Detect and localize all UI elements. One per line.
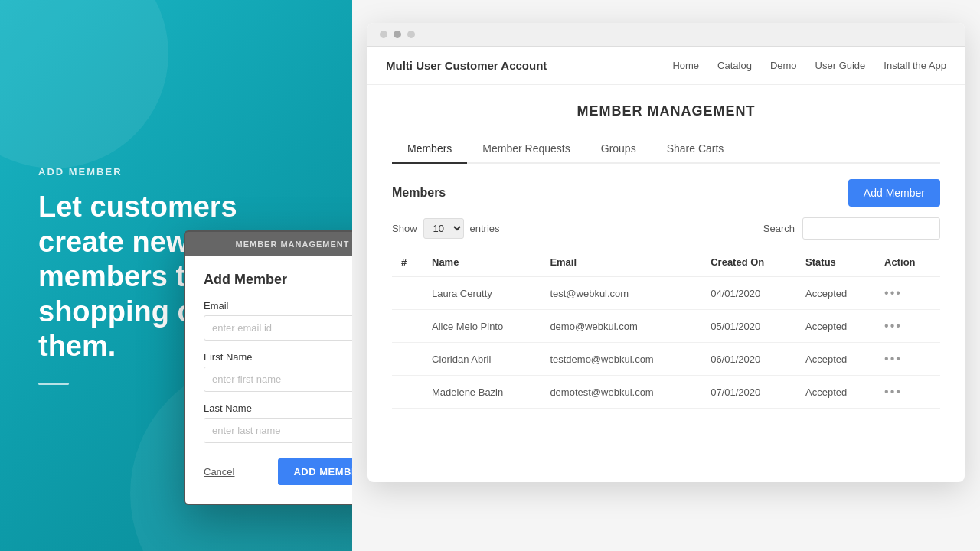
col-status: Status <box>796 249 875 276</box>
page-title: MEMBER MANAGEMENT <box>392 103 940 119</box>
action-dots-icon[interactable]: ••• <box>884 352 902 365</box>
entries-select[interactable]: 10 25 50 <box>423 218 464 239</box>
action-dots-icon[interactable]: ••• <box>884 286 902 299</box>
cell-name: Laura Cerutty <box>423 276 541 310</box>
table-row: Madelene Bazin demotest@webkul.com 07/01… <box>392 376 940 409</box>
nav-install-app[interactable]: Install the App <box>884 60 946 71</box>
table-header: # Name Email Created On Status Action <box>392 249 940 276</box>
members-table: # Name Email Created On Status Action La… <box>392 249 940 409</box>
cell-email: testdemo@webkul.com <box>541 343 701 376</box>
tab-groups[interactable]: Groups <box>586 135 652 164</box>
cell-action[interactable]: ••• <box>875 343 940 376</box>
nav-catalog[interactable]: Catalog <box>717 60 752 71</box>
app-logo: Multi User Customer Account <box>386 59 547 72</box>
app-header: Multi User Customer Account Home Catalog… <box>368 47 965 85</box>
cell-action[interactable]: ••• <box>875 276 940 310</box>
tab-members[interactable]: Members <box>392 135 467 164</box>
modal-actions: Cancel ADD MEMBER <box>204 458 352 485</box>
cell-name: Cloridan Abril <box>423 343 541 376</box>
table-controls: Show 10 25 50 entries Search <box>392 217 940 240</box>
add-member-label: ADD MEMBER <box>38 166 314 178</box>
col-num: # <box>392 249 423 276</box>
modal-header-title: MEMBER MANAGEMENT <box>236 240 350 249</box>
browser-dot-2 <box>394 31 401 38</box>
search-area: Search <box>763 217 940 240</box>
cell-name: Madelene Bazin <box>423 376 541 409</box>
modal-backdrop: MEMBER MANAGEMENT ✕ Add Member Email Fir… <box>184 230 352 505</box>
add-member-main-button[interactable]: Add Member <box>848 179 940 207</box>
cell-status: Accepted <box>796 276 875 310</box>
first-name-label: First Name <box>204 351 352 363</box>
show-entries: Show 10 25 50 entries <box>392 218 500 239</box>
col-email: Email <box>541 249 701 276</box>
last-name-label: Last Name <box>204 403 352 414</box>
search-label: Search <box>763 223 795 234</box>
last-name-group: Last Name <box>204 403 352 443</box>
cell-created: 06/01/2020 <box>701 343 796 376</box>
cell-status: Accepted <box>796 310 875 343</box>
members-section-title: Members <box>392 186 446 200</box>
entries-label: entries <box>470 223 500 234</box>
cancel-button[interactable]: Cancel <box>204 466 234 478</box>
cell-num <box>392 376 423 409</box>
email-input[interactable] <box>204 315 352 341</box>
table-row: Laura Cerutty test@webkul.com 04/01/2020… <box>392 276 940 310</box>
tab-member-requests[interactable]: Member Requests <box>467 135 585 164</box>
members-header: Members Add Member <box>392 179 940 207</box>
cell-num <box>392 310 423 343</box>
action-dots-icon[interactable]: ••• <box>884 385 902 398</box>
hero-divider <box>38 383 69 385</box>
cell-num <box>392 343 423 376</box>
browser-dot-3 <box>407 31 415 38</box>
modal-add-member-button[interactable]: ADD MEMBER <box>278 458 352 485</box>
col-created: Created On <box>701 249 796 276</box>
right-panel: Multi User Customer Account Home Catalog… <box>352 0 980 551</box>
cell-created: 04/01/2020 <box>701 276 796 310</box>
cell-email: demo@webkul.com <box>541 310 701 343</box>
page-content: MEMBER MANAGEMENT Members Member Request… <box>368 85 965 427</box>
cell-created: 05/01/2020 <box>701 310 796 343</box>
browser-dot-1 <box>380 31 387 38</box>
modal-body: Add Member Email First Name Last Name Ca… <box>185 256 352 504</box>
table-row: Cloridan Abril testdemo@webkul.com 06/01… <box>392 343 940 376</box>
cell-email: test@webkul.com <box>541 276 701 310</box>
cell-action[interactable]: ••• <box>875 310 940 343</box>
first-name-input[interactable] <box>204 367 352 392</box>
last-name-input[interactable] <box>204 418 352 443</box>
tabs: Members Member Requests Groups Share Car… <box>392 135 940 164</box>
email-label: Email <box>204 300 352 311</box>
modal-header-bar: MEMBER MANAGEMENT ✕ <box>185 232 352 256</box>
browser-toolbar <box>368 23 965 47</box>
show-label: Show <box>392 223 417 234</box>
col-name: Name <box>423 249 541 276</box>
cell-num <box>392 276 423 310</box>
search-input[interactable] <box>802 217 940 240</box>
col-action: Action <box>875 249 940 276</box>
left-panel: ADD MEMBER Let customers create new memb… <box>0 0 352 551</box>
app-nav: Home Catalog Demo User Guide Install the… <box>672 60 946 71</box>
cell-status: Accepted <box>796 376 875 409</box>
cell-name: Alice Melo Pinto <box>423 310 541 343</box>
nav-home[interactable]: Home <box>672 60 699 71</box>
table-body: Laura Cerutty test@webkul.com 04/01/2020… <box>392 276 940 409</box>
cell-created: 07/01/2020 <box>701 376 796 409</box>
table-row: Alice Melo Pinto demo@webkul.com 05/01/2… <box>392 310 940 343</box>
nav-demo[interactable]: Demo <box>770 60 797 71</box>
email-group: Email <box>204 300 352 341</box>
modal-title: Add Member <box>204 272 352 288</box>
action-dots-icon[interactable]: ••• <box>884 319 902 332</box>
browser-window: Multi User Customer Account Home Catalog… <box>368 23 965 482</box>
nav-user-guide[interactable]: User Guide <box>815 60 866 71</box>
cell-action[interactable]: ••• <box>875 376 940 409</box>
add-member-modal: MEMBER MANAGEMENT ✕ Add Member Email Fir… <box>184 230 352 505</box>
cell-status: Accepted <box>796 343 875 376</box>
cell-email: demotest@webkul.com <box>541 376 701 409</box>
tab-share-carts[interactable]: Share Carts <box>652 135 740 164</box>
first-name-group: First Name <box>204 351 352 392</box>
